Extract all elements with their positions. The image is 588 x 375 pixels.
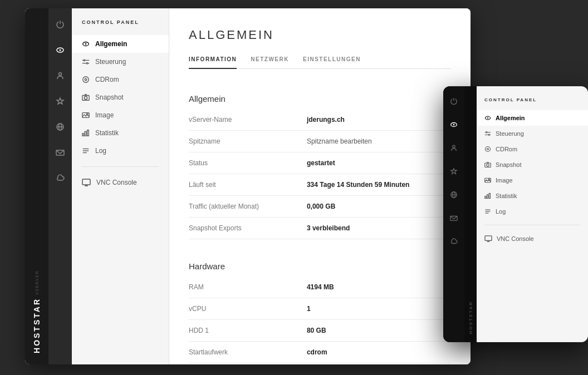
overlay-tablet: HOSTSTAR CONTROL PANEL Allgemein Steueru…: [443, 86, 588, 342]
nav-item-snapshot[interactable]: Snapshot: [72, 88, 169, 106]
tab-einstellungen[interactable]: EINSTELLUNGEN: [303, 56, 361, 69]
table-row: Traffic (aktueller Monat) 0,000 GB: [189, 196, 451, 218]
overlay-control-panel-title: CONTROL PANEL: [477, 97, 588, 110]
overlay-nav-statistik[interactable]: Statistik: [477, 188, 588, 204]
control-panel-title: CONTROL PANEL: [72, 19, 169, 35]
overlay-nav-steuerung[interactable]: Steuerung: [477, 126, 588, 141]
overlay-brand-name: HOSTSTAR: [468, 301, 473, 334]
svg-rect-21: [85, 131, 86, 136]
svg-rect-22: [87, 130, 89, 136]
svg-rect-50: [487, 195, 488, 199]
table-row: Spitzname Spitzname bearbeiten: [189, 131, 451, 152]
svg-point-15: [85, 78, 87, 81]
nav-item-statistik[interactable]: Statistik: [72, 124, 169, 142]
table-row: RAM 4194 MB: [189, 277, 451, 298]
tab-netzwerk[interactable]: NETZWERK: [251, 56, 289, 69]
overlay-eye-icon[interactable]: [447, 118, 460, 131]
svg-point-17: [84, 96, 87, 99]
svg-marker-3: [57, 98, 63, 104]
svg-point-46: [487, 164, 489, 167]
svg-point-9: [85, 43, 87, 45]
nav-item-log[interactable]: Log: [72, 142, 169, 160]
svg-point-1: [60, 50, 61, 51]
svg-point-42: [488, 134, 489, 135]
svg-rect-55: [485, 236, 492, 241]
overlay-brand-col: HOSTSTAR: [464, 86, 477, 342]
overlay-globe-icon[interactable]: [447, 188, 460, 201]
hardware-section-title: Hardware: [189, 253, 451, 277]
svg-point-12: [84, 60, 85, 61]
nav-item-image[interactable]: Image: [72, 106, 169, 124]
overlay-power-icon[interactable]: [447, 95, 460, 108]
mail-icon-btn[interactable]: [52, 145, 68, 160]
svg-point-31: [453, 145, 455, 147]
svg-point-14: [83, 77, 89, 83]
overlay-nav-snapshot[interactable]: Snapshot: [477, 157, 588, 172]
main-content: ALLGEMEIN INFORMATION NETZWERK EINSTELLU…: [169, 8, 471, 364]
overlay-nav-divider: [484, 225, 580, 225]
svg-rect-20: [82, 134, 84, 136]
table-row: Läuft seit 334 Tage 14 Stunden 59 Minute…: [189, 174, 451, 196]
svg-rect-49: [485, 196, 486, 199]
overlay-mail-icon[interactable]: [447, 211, 460, 225]
overlay-nav-image[interactable]: Image: [477, 172, 588, 188]
hardware-table: RAM 4194 MB vCPU 1 HDD 1 80 GB Startlauf…: [189, 277, 451, 363]
power-icon-btn[interactable]: [52, 17, 68, 32]
svg-point-38: [487, 117, 488, 119]
allgemein-table: vServer-Name jderungs.ch Spitzname Spitz…: [189, 109, 451, 239]
sidebar-icons-col: [48, 8, 72, 364]
svg-point-43: [486, 147, 491, 152]
nav-divider: [82, 166, 159, 167]
left-nav: CONTROL PANEL Allgemein Steuerung CDRom: [72, 8, 169, 364]
svg-point-44: [487, 149, 489, 150]
person-icon-btn[interactable]: [52, 68, 68, 83]
page-title: ALLGEMEIN: [189, 28, 451, 42]
table-row: HDD 1 80 GB: [189, 320, 451, 342]
table-row: Startlaufwerk cdrom: [189, 342, 451, 363]
table-row: Snapshot Exports 3 verbleibend: [189, 218, 451, 239]
svg-point-41: [486, 132, 487, 133]
overlay-star-icon[interactable]: [447, 165, 460, 178]
tab-information[interactable]: INFORMATION: [189, 56, 237, 69]
tab-bar: INFORMATION NETZWERK EINSTELLUNGEN: [189, 56, 451, 69]
brand-bar: VSERVER HOSTSTAR: [25, 8, 48, 364]
svg-point-30: [453, 124, 455, 126]
nav-item-cdrom[interactable]: CDRom: [72, 71, 169, 88]
table-row: Status gestartet: [189, 152, 451, 174]
svg-rect-26: [82, 179, 90, 185]
eye-icon-btn[interactable]: [52, 42, 68, 58]
overlay-person-icon[interactable]: [447, 141, 460, 155]
overlay-nav-cdrom[interactable]: CDRom: [477, 141, 588, 157]
overlay-vnc-console[interactable]: VNC Console: [477, 231, 588, 246]
svg-point-13: [86, 62, 88, 64]
overlay-nav-log[interactable]: Log: [477, 204, 588, 219]
svg-point-2: [59, 73, 62, 76]
brand-tagline: VSERVER: [35, 270, 39, 295]
svg-marker-32: [451, 169, 457, 174]
overlay-nav: CONTROL PANEL Allgemein Steuerung: [477, 86, 588, 342]
svg-rect-51: [489, 194, 490, 199]
brand-logo: HOSTSTAR: [32, 298, 41, 353]
table-row: vCPU 1: [189, 298, 451, 320]
cloud-icon-btn[interactable]: [52, 170, 68, 186]
allgemein-section-title: Allgemein: [189, 86, 451, 109]
star-icon-btn[interactable]: [52, 93, 68, 109]
nav-item-allgemein[interactable]: Allgemein: [72, 35, 169, 53]
overlay-tablet-inner: HOSTSTAR CONTROL PANEL Allgemein Steueru…: [443, 86, 588, 342]
nav-vnc-console[interactable]: VNC Console: [72, 174, 169, 191]
overlay-icons-col: [443, 86, 464, 342]
nav-item-steuerung[interactable]: Steuerung: [72, 53, 169, 71]
globe-icon-btn[interactable]: [52, 119, 68, 135]
main-window: VSERVER HOSTSTAR: [25, 8, 471, 364]
overlay-nav-allgemein[interactable]: Allgemein: [477, 110, 588, 126]
table-row: vServer-Name jderungs.ch: [189, 109, 451, 131]
overlay-cloud-icon[interactable]: [447, 235, 460, 248]
